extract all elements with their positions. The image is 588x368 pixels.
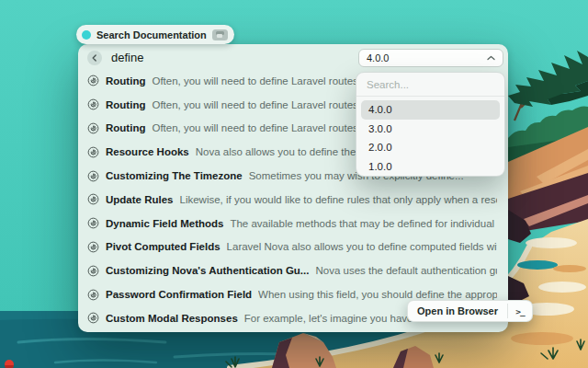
result-row[interactable]: Update Rules Likewise, if you would like… — [78, 188, 508, 212]
result-title: Update Rules — [106, 194, 174, 205]
terminal-icon[interactable]: >_ — [508, 301, 532, 321]
result-title: Routing — [106, 122, 145, 133]
result-title: Routing — [106, 75, 145, 86]
section-swirl-icon — [87, 241, 99, 253]
launcher-label: Search Documentation — [96, 29, 207, 40]
result-snippet: The available methods that may be define… — [230, 218, 497, 229]
section-swirl-icon — [87, 122, 99, 134]
result-title: Custom Modal Responses — [106, 313, 238, 324]
result-title: Customizing Nova's Authentication Gu... — [106, 265, 309, 276]
result-snippet: Nova uses the default authentication gua… — [315, 265, 497, 276]
result-row[interactable]: Customizing Nova's Authentication Gu... … — [78, 259, 508, 282]
result-title: Routing — [106, 99, 145, 110]
result-title: Resource Hooks — [106, 146, 189, 157]
result-snippet: Laravel Nova also allows you to define c… — [227, 241, 497, 252]
dropdown-search-input[interactable]: Search... — [356, 73, 504, 96]
chevron-up-icon — [487, 55, 495, 61]
section-swirl-icon — [87, 265, 99, 277]
result-snippet: Likewise, if you would like to define ru… — [180, 194, 498, 205]
section-swirl-icon — [87, 98, 99, 110]
app-dot-icon — [82, 30, 91, 40]
result-title: Dynamic Field Methods — [106, 218, 223, 229]
search-query-input[interactable]: define — [111, 51, 143, 64]
result-snippet: When using this field, you should define… — [258, 289, 497, 300]
section-swirl-icon — [87, 146, 99, 158]
search-documentation-launcher[interactable]: Search Documentation — [76, 25, 234, 44]
back-button[interactable] — [87, 51, 102, 65]
result-row[interactable]: Pivot Computed Fields Laravel Nova also … — [78, 236, 508, 259]
chevron-left-icon — [91, 54, 98, 62]
result-title: Password Confirmation Field — [106, 289, 252, 300]
version-select-value: 4.0.0 — [367, 52, 389, 63]
dropdown-option[interactable]: 1.0.0 — [361, 157, 500, 177]
section-swirl-icon — [87, 289, 99, 301]
section-swirl-icon — [87, 193, 99, 205]
version-dropdown: Search... 4.0.0 3.0.0 2.0.0 1.0.0 — [356, 72, 505, 177]
section-swirl-icon — [87, 217, 99, 229]
dropdown-options: 4.0.0 3.0.0 2.0.0 1.0.0 — [356, 97, 504, 177]
open-in-browser-button[interactable]: Open in Browser — [408, 301, 507, 321]
result-title: Pivot Computed Fields — [106, 241, 220, 252]
version-select[interactable]: 4.0.0 — [358, 49, 503, 67]
window-badge-icon — [212, 29, 228, 40]
result-row[interactable]: Dynamic Field Methods The available meth… — [78, 212, 508, 236]
dropdown-option[interactable]: 2.0.0 — [361, 138, 500, 157]
section-swirl-icon — [87, 312, 99, 324]
section-swirl-icon — [87, 75, 99, 86]
result-title: Customizing The Timezone — [106, 170, 243, 181]
dropdown-option[interactable]: 4.0.0 — [361, 100, 500, 120]
dropdown-option[interactable]: 3.0.0 — [361, 120, 500, 139]
section-swirl-icon — [87, 170, 99, 182]
open-in-browser-group: Open in Browser >_ — [407, 300, 533, 322]
panel-header: define 4.0.0 — [78, 44, 508, 72]
